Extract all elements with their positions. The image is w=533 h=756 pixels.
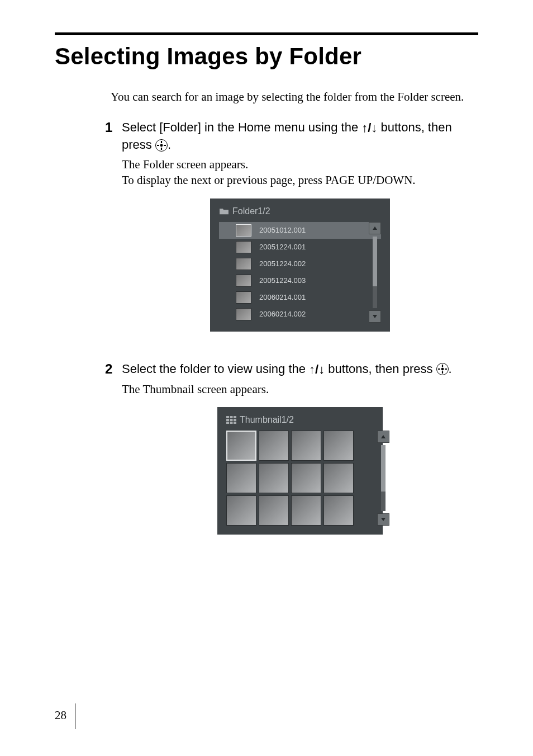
svg-point-0 [160, 144, 163, 147]
intro-text: You can search for an image by selecting… [111, 89, 478, 105]
thumbnail-cell[interactable] [323, 463, 354, 493]
thumbnail-cell[interactable] [226, 431, 256, 461]
svg-point-1 [441, 368, 444, 371]
enter-button-icon [436, 363, 449, 375]
thumbnail-screen-title: Thumbnail 1/2 [226, 415, 374, 425]
folder-item-thumb [236, 224, 251, 237]
folder-item-thumb [236, 241, 251, 253]
step-2-heading-b: buttons, then press [325, 362, 436, 376]
step-2-heading: Select the folder to view using the ↑/↓ … [122, 361, 478, 378]
folder-icon [219, 207, 229, 215]
folder-item-name: 20051224.002 [259, 259, 306, 268]
step-1-heading-c: . [168, 138, 171, 152]
folder-list: 20051012.00120051224.00120051224.0022005… [219, 222, 381, 323]
page-number: 28 [55, 708, 66, 722]
thumbnail-cell[interactable] [323, 431, 354, 461]
step-2-body: Select the folder to view using the ↑/↓ … [122, 361, 478, 557]
svg-rect-8 [226, 422, 229, 424]
svg-rect-7 [234, 419, 236, 421]
up-down-arrows-icon: ↑/↓ [309, 362, 325, 376]
folder-list-item[interactable]: 20060214.002 [219, 306, 381, 323]
scroll-down-button[interactable] [369, 310, 381, 323]
thumbnail-area [226, 431, 374, 526]
folder-list-item[interactable]: 20051224.001 [219, 239, 381, 256]
thumbnail-screen: Thumbnail 1/2 [217, 407, 383, 535]
step-1-body: Select [Folder] in the Home menu using t… [122, 119, 478, 353]
svg-rect-9 [230, 422, 233, 424]
step-1-desc-b: To display the next or previous page, pr… [122, 172, 478, 188]
folder-item-name: 20051224.003 [259, 276, 306, 285]
thumbnail-screen-figure: Thumbnail 1/2 [122, 407, 478, 535]
folder-item-thumb [236, 275, 251, 287]
folder-item-name: 20060214.002 [259, 310, 306, 318]
scroll-up-button[interactable] [377, 431, 389, 443]
folder-item-thumb [236, 258, 251, 270]
thumbnail-scrollbar[interactable] [377, 431, 389, 526]
manual-page: Selecting Images by Folder You can searc… [0, 0, 533, 756]
folder-list-item[interactable]: 20060214.001 [219, 289, 381, 306]
page-title: Selecting Images by Folder [55, 43, 478, 70]
svg-rect-4 [234, 416, 236, 418]
folder-item-name: 20060214.001 [259, 293, 306, 301]
folder-item-thumb [236, 291, 251, 304]
step-2: 2 Select the folder to view using the ↑/… [105, 361, 478, 557]
top-rule [55, 32, 478, 35]
folder-screen: Folder 1/2 20051012.00120051224.00120051… [210, 199, 390, 332]
folder-item-name: 20051012.001 [259, 226, 306, 234]
svg-rect-5 [226, 419, 229, 421]
folder-scrollbar[interactable] [369, 222, 381, 323]
thumbnail-cell[interactable] [226, 463, 256, 493]
svg-rect-10 [234, 422, 236, 424]
thumbnail-page-indicator: 1/2 [282, 415, 294, 425]
folder-list-item[interactable]: 20051224.003 [219, 272, 381, 289]
folder-title-prefix: Folder [232, 206, 258, 216]
svg-rect-6 [230, 419, 233, 421]
folder-screen-figure: Folder 1/2 20051012.00120051224.00120051… [122, 199, 478, 332]
step-1-desc-a: The Folder screen appears. [122, 157, 478, 172]
scroll-down-button[interactable] [377, 513, 389, 526]
scroll-up-button[interactable] [369, 222, 381, 234]
step-2-heading-c: . [449, 362, 452, 376]
scroll-track[interactable] [373, 237, 377, 308]
step-1-number: 1 [105, 119, 122, 353]
thumbnail-cell[interactable] [291, 463, 321, 493]
scroll-thumb[interactable] [381, 445, 386, 492]
scroll-track[interactable] [381, 445, 386, 511]
folder-item-name: 20051224.001 [259, 243, 306, 251]
thumbnail-cell[interactable] [226, 495, 256, 526]
thumbnail-grid [226, 431, 374, 526]
step-2-heading-a: Select the folder to view using the [122, 362, 309, 376]
svg-rect-3 [230, 416, 233, 418]
step-1-heading-a: Select [Folder] in the Home menu using t… [122, 120, 361, 134]
thumbnail-cell[interactable] [291, 495, 321, 526]
folder-screen-title: Folder 1/2 [219, 206, 381, 216]
thumbnail-cell[interactable] [259, 495, 289, 526]
step-1-heading: Select [Folder] in the Home menu using t… [122, 119, 478, 153]
thumbnail-cell[interactable] [259, 463, 289, 493]
folder-list-item[interactable]: 20051224.002 [219, 256, 381, 272]
svg-rect-2 [226, 416, 229, 418]
step-2-number: 2 [105, 361, 122, 557]
thumbnail-grid-icon [226, 416, 236, 424]
folder-item-thumb [236, 308, 251, 320]
folder-page-indicator: 1/2 [258, 206, 270, 216]
up-down-arrows-icon: ↑/↓ [361, 121, 377, 135]
thumbnail-cell[interactable] [259, 431, 289, 461]
step-2-desc: The Thumbnail screen appears. [122, 381, 478, 397]
thumbnail-cell[interactable] [291, 431, 321, 461]
thumbnail-title-prefix: Thumbnail [240, 415, 282, 425]
thumbnail-cell[interactable] [323, 495, 354, 526]
enter-button-icon [155, 139, 168, 152]
folder-list-item[interactable]: 20051012.001 [219, 222, 381, 239]
step-1: 1 Select [Folder] in the Home menu using… [105, 119, 478, 353]
page-number-rule [75, 703, 75, 729]
scroll-thumb[interactable] [373, 237, 377, 287]
